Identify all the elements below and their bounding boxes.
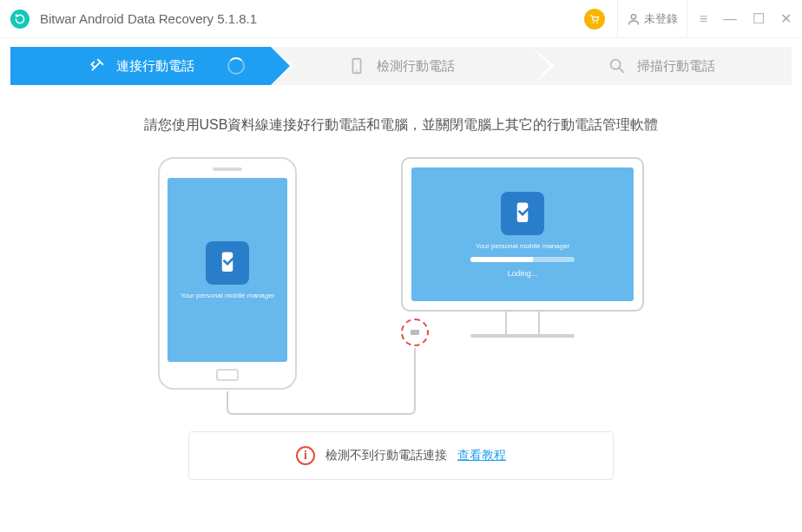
- tutorial-link[interactable]: 查看教程: [457, 448, 506, 463]
- app-title: Bitwar Android Data Recovery 5.1.8.1: [40, 11, 257, 26]
- phone-screen-label: Your personal mobile manager: [181, 292, 275, 299]
- usb-plug-icon: [411, 330, 419, 335]
- illustration-stage: Your personal mobile manager Your person…: [158, 157, 644, 417]
- info-box: i 檢測不到行動電話連接 查看教程: [188, 431, 614, 480]
- app-logo-icon: [10, 10, 30, 29]
- title-bar: Bitwar Android Data Recovery 5.1.8.1 未登錄…: [0, 0, 802, 38]
- login-area[interactable]: 未登錄: [617, 0, 687, 37]
- loading-text: Loding...: [508, 269, 538, 278]
- instruction-text: 請您使用USB資料線連接好行動電話和電腦，並關閉電腦上其它的行動電話管理軟體: [0, 116, 802, 135]
- close-button[interactable]: ✕: [780, 12, 792, 26]
- monitor-screen-label: Your personal mobile manager: [476, 242, 570, 250]
- search-icon: [608, 56, 627, 76]
- svg-point-2: [631, 14, 635, 18]
- info-message: 檢測不到行動電話連接: [325, 448, 447, 463]
- usb-port-indicator: [401, 319, 429, 346]
- step-scan[interactable]: 掃描行動電話: [531, 47, 792, 85]
- svg-point-1: [596, 22, 598, 23]
- phone-icon: [347, 56, 366, 76]
- svg-point-5: [611, 60, 621, 69]
- maximize-button[interactable]: ☐: [753, 12, 765, 26]
- user-icon: [627, 12, 641, 26]
- monitor-illustration: Your personal mobile manager Loding...: [401, 157, 644, 338]
- step-connect[interactable]: 連接行動電話: [10, 47, 271, 85]
- step-label: 掃描行動電話: [637, 58, 715, 75]
- step-bar: 連接行動電話 檢測行動電話 掃描行動電話: [10, 47, 792, 85]
- window-controls: ≡ — ☐ ✕: [700, 12, 792, 26]
- login-label: 未登錄: [644, 11, 678, 27]
- phone-app-icon: [206, 241, 249, 285]
- svg-point-4: [356, 70, 358, 72]
- monitor-app-icon: [501, 192, 544, 235]
- step-label: 檢測行動電話: [377, 58, 455, 75]
- plug-icon: [87, 56, 106, 76]
- progress-bar: [470, 257, 575, 262]
- minimize-button[interactable]: —: [723, 12, 737, 26]
- loading-spinner-icon: [227, 57, 245, 75]
- svg-rect-7: [517, 202, 529, 222]
- cart-icon: [588, 13, 601, 25]
- info-icon: i: [296, 446, 315, 465]
- menu-button[interactable]: ≡: [700, 12, 707, 26]
- phone-illustration: Your personal mobile manager: [158, 157, 297, 390]
- step-label: 連接行動電話: [116, 58, 194, 75]
- step-detect[interactable]: 檢測行動電話: [271, 47, 531, 85]
- svg-point-0: [593, 22, 595, 23]
- svg-rect-6: [222, 252, 233, 272]
- cart-button[interactable]: [584, 9, 605, 30]
